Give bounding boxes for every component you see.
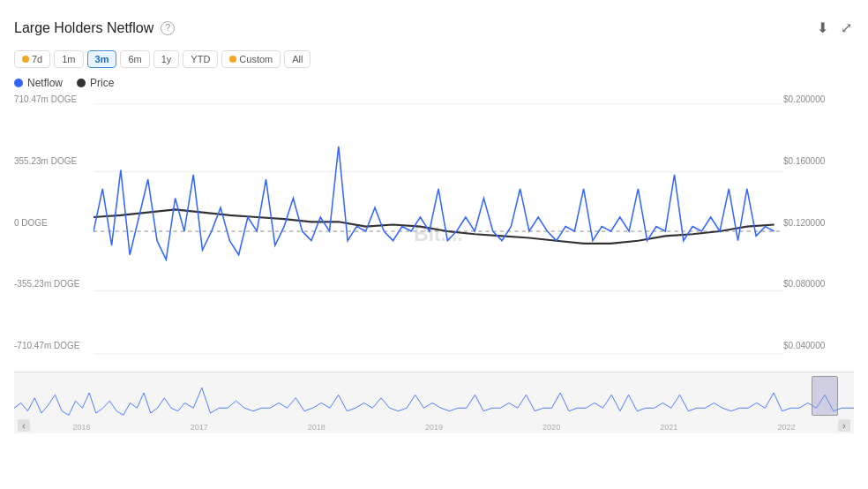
y-right-mid: $0.120000 <box>783 218 854 228</box>
y-label-4: -355.23m DOGE <box>14 279 94 289</box>
scroll-nav: ‹ › <box>14 418 854 433</box>
y-label-mid: 0 DOGE <box>14 218 94 228</box>
y-right-top: $0.200000 <box>783 94 854 104</box>
y-right-bottom: $0.040000 <box>783 341 854 350</box>
main-chart-area: 710.47m DOGE 355.23m DOGE 0 DOGE -355.23… <box>14 94 854 368</box>
time-btn-ytd[interactable]: YTD <box>183 50 218 68</box>
legend-price: Price <box>77 77 114 89</box>
time-btn-7d[interactable]: 7d <box>14 50 50 68</box>
download-button[interactable]: ⬇ <box>815 18 830 38</box>
legend-netflow: Netflow <box>14 77 63 89</box>
time-btn-1m[interactable]: 1m <box>54 50 83 68</box>
range-selector[interactable] <box>812 376 838 416</box>
chart-wrapper: 710.47m DOGE 355.23m DOGE 0 DOGE -355.23… <box>14 94 854 368</box>
next-arrow[interactable]: › <box>838 419 850 432</box>
help-icon[interactable]: ? <box>161 21 175 35</box>
netflow-dot <box>14 79 23 87</box>
pro-badge-custom <box>229 56 236 63</box>
expand-icon: ⤢ <box>841 19 852 36</box>
price-dot <box>77 79 86 87</box>
chart-header: Large Holders Netflow ? ⬇ ⤢ <box>14 18 854 38</box>
y-label-top: 710.47m DOGE <box>14 94 94 104</box>
expand-button[interactable]: ⤢ <box>839 18 854 38</box>
chart-legend: Netflow Price <box>14 77 854 89</box>
custom-label: Custom <box>239 54 273 64</box>
netflow-label: Netflow <box>27 77 63 89</box>
y-label-2: 355.23m DOGE <box>14 156 94 166</box>
time-btn-custom[interactable]: Custom <box>221 50 281 68</box>
chart-title: Large Holders Netflow <box>14 20 153 36</box>
download-icon: ⬇ <box>817 19 828 36</box>
time-btn-1y[interactable]: 1y <box>153 50 180 68</box>
header-actions: ⬇ ⤢ <box>815 18 854 38</box>
svg-text:Bit....: Bit.... <box>414 222 462 244</box>
main-chart-svg-container: Bit.... <box>94 94 783 368</box>
prev-arrow[interactable]: ‹ <box>18 419 30 432</box>
time-btn-6m[interactable]: 6m <box>120 50 149 68</box>
y-right-4: $0.080000 <box>783 279 854 289</box>
price-label: Price <box>90 77 114 89</box>
main-chart-svg: Bit.... <box>94 94 783 368</box>
time-btn-all[interactable]: All <box>284 50 311 68</box>
mini-chart[interactable]: 2016 2017 2018 2019 2020 2021 2022 ‹ › <box>14 372 854 433</box>
pro-badge-7d <box>22 56 29 63</box>
time-controls: 7d 1m 3m 6m 1y YTD Custom All <box>14 50 854 68</box>
header-left: Large Holders Netflow ? <box>14 20 175 36</box>
y-axis-left: 710.47m DOGE 355.23m DOGE 0 DOGE -355.23… <box>14 94 94 368</box>
y-right-2: $0.160000 <box>783 156 854 166</box>
time-btn-3m[interactable]: 3m <box>87 50 117 68</box>
y-label-bottom: -710.47m DOGE <box>14 341 94 350</box>
y-axis-right: $0.200000 $0.160000 $0.120000 $0.080000 … <box>783 94 854 368</box>
